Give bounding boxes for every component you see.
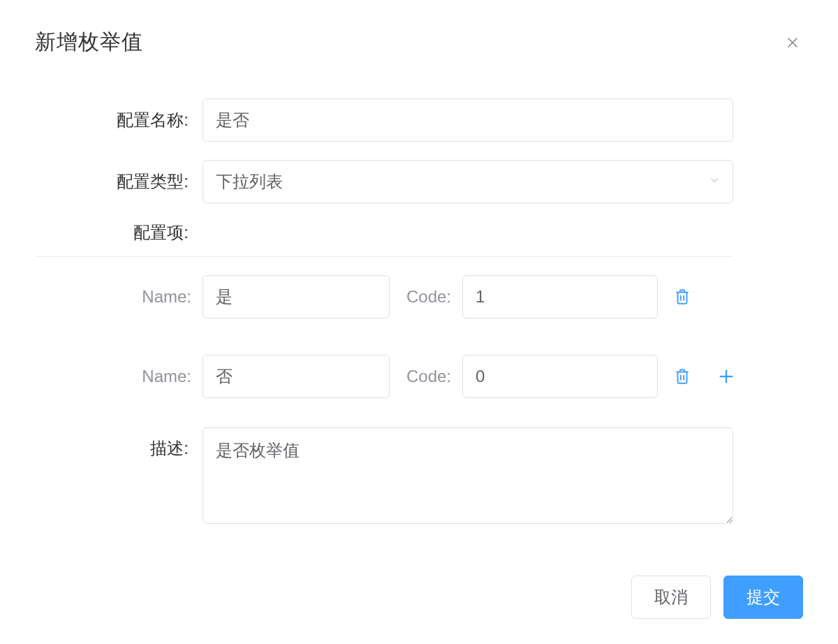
- label-config-name: 配置名称:: [35, 109, 203, 131]
- label-item-code: Code:: [399, 367, 462, 386]
- label-item-name: Name:: [35, 367, 203, 386]
- select-config-type-input[interactable]: [203, 160, 733, 203]
- add-item-button[interactable]: [716, 367, 736, 386]
- label-item-code: Code:: [399, 287, 462, 307]
- input-config-name[interactable]: [203, 98, 733, 142]
- close-button[interactable]: [782, 32, 803, 53]
- delete-item-button[interactable]: [673, 288, 691, 306]
- plus-icon: [716, 367, 736, 386]
- textarea-description[interactable]: [203, 427, 733, 524]
- row-config-items-label: 配置项:: [35, 221, 733, 244]
- label-item-name: Name:: [35, 287, 203, 307]
- form-body: 配置名称: 配置类型: 配置项:: [35, 98, 803, 527]
- cancel-button[interactable]: 取消: [631, 576, 711, 619]
- input-item-code[interactable]: [462, 355, 658, 398]
- delete-item-button[interactable]: [673, 367, 691, 386]
- watermark-url: www.tiven.cn: [704, 619, 765, 629]
- modal-footer: 取消 提交: [631, 576, 803, 619]
- input-item-name[interactable]: [203, 355, 390, 398]
- row-config-name: 配置名称:: [35, 98, 733, 142]
- label-config-type: 配置类型:: [35, 170, 203, 193]
- label-description: 描述:: [35, 427, 203, 460]
- modal-add-enum: 新增枚举值 配置名称: 配置类型:: [0, 0, 838, 644]
- input-item-code[interactable]: [462, 275, 658, 319]
- trash-icon: [673, 288, 691, 306]
- row-description: 描述:: [35, 427, 733, 527]
- modal-title: 新增枚举值: [35, 28, 143, 57]
- select-config-type[interactable]: [203, 160, 733, 203]
- row-config-type: 配置类型:: [35, 160, 733, 203]
- close-icon: [785, 35, 800, 50]
- divider: [35, 256, 733, 257]
- input-item-name[interactable]: [203, 275, 390, 319]
- label-config-items: 配置项:: [35, 221, 203, 244]
- submit-button[interactable]: 提交: [723, 576, 803, 619]
- trash-icon: [673, 367, 691, 386]
- config-item-row: Name: Code:: [35, 355, 733, 398]
- config-item-row: Name: Code:: [35, 275, 733, 319]
- modal-header: 新增枚举值: [35, 28, 803, 57]
